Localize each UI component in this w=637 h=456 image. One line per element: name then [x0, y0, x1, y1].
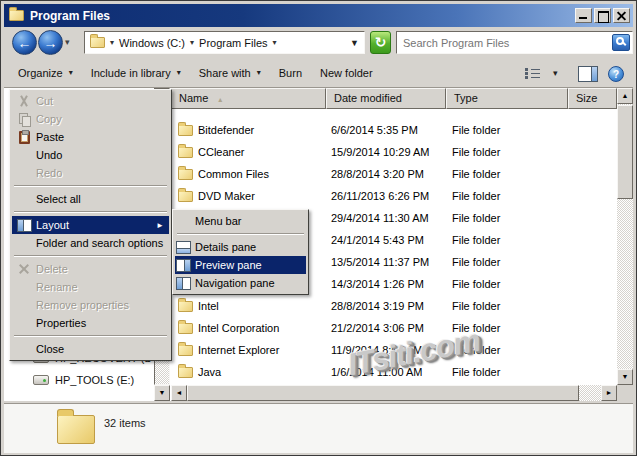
help-button[interactable]: ?	[608, 66, 624, 82]
menu-item-folder-and-search-options[interactable]: Folder and search options	[12, 234, 169, 252]
menu-separator	[177, 233, 304, 235]
delete-x-icon	[18, 263, 30, 275]
menu-separator	[14, 185, 167, 187]
file-name[interactable]: Internet Explorer	[198, 339, 279, 361]
close-button[interactable]	[613, 8, 630, 23]
menu-item-undo[interactable]: Undo	[12, 146, 169, 164]
menu-item-close[interactable]: Close	[12, 340, 169, 358]
chevron-down-icon[interactable]: ▾	[190, 38, 194, 47]
file-type: File folder	[452, 295, 500, 317]
menu-separator	[14, 335, 167, 337]
organize-button[interactable]: Organize ▾	[18, 67, 73, 79]
breadcrumb-windows-c[interactable]: Windows (C:)	[119, 37, 185, 49]
menu-item-select-all[interactable]: Select all	[12, 190, 169, 208]
file-row[interactable]: Bitdefender 6/6/2014 5:35 PM File folder	[171, 119, 617, 141]
sort-ascending-icon: ▴	[218, 95, 222, 104]
menu-item-paste[interactable]: Paste	[12, 128, 169, 146]
preview-pane-button[interactable]	[578, 66, 598, 82]
file-name[interactable]: Common Files	[198, 163, 269, 185]
new-folder-button[interactable]: New folder	[320, 67, 373, 79]
file-row[interactable]: Intel Corporation 21/2/2014 3:06 PM File…	[171, 317, 617, 339]
search-input[interactable]	[397, 37, 612, 49]
menu-separator	[14, 211, 167, 213]
folder-icon	[178, 323, 193, 334]
file-date: 13/5/2014 11:37 PM	[331, 251, 429, 273]
details-pane: 32 items	[4, 403, 633, 453]
navigation-pane-icon	[176, 277, 191, 290]
address-history-icon[interactable]: ▼	[350, 38, 359, 48]
include-in-library-button[interactable]: Include in library ▾	[91, 67, 181, 79]
chevron-down-icon: ▾	[177, 68, 181, 77]
layout-icon	[17, 219, 32, 232]
minimize-button[interactable]	[575, 8, 592, 23]
scroll-up-button[interactable]: ▲	[617, 88, 633, 104]
file-name[interactable]: Bitdefender	[198, 119, 254, 141]
file-type: File folder	[452, 273, 500, 295]
column-header-name[interactable]: Name▴	[171, 88, 326, 109]
vertical-scrollbar[interactable]: ▲ ▼	[617, 88, 633, 385]
file-type: File folder	[452, 251, 500, 273]
column-header-date-modified[interactable]: Date modified	[326, 88, 446, 109]
menu-item-layout[interactable]: Layout ►	[12, 216, 169, 234]
folder-icon	[178, 147, 193, 158]
menu-item-delete: Delete	[12, 260, 169, 278]
window-title: Program Files	[30, 9, 110, 23]
file-name[interactable]: CCleaner	[198, 141, 244, 163]
recent-pages-icon[interactable]: ▾	[65, 37, 70, 47]
column-header-size[interactable]: Size	[568, 88, 617, 109]
refresh-button[interactable]: ↻	[370, 31, 391, 54]
chevron-down-icon: ▾	[69, 68, 73, 77]
folder-icon	[178, 301, 193, 312]
file-row[interactable]: DVD Maker 26/11/2013 6:26 PM File folder	[171, 185, 617, 207]
scroll-down-button[interactable]: ▼	[617, 369, 633, 385]
navpane-scroll-down-button[interactable]: ▼	[154, 385, 170, 401]
tree-item-hp-tools[interactable]: HP_TOOLS (E:)	[33, 374, 134, 386]
file-date: 14/3/2014 1:26 PM	[331, 273, 424, 295]
file-date: 26/11/2013 6:26 PM	[331, 185, 429, 207]
file-row[interactable]: Common Files 28/8/2014 3:20 PM File fold…	[171, 163, 617, 185]
file-date: 28/8/2014 3:20 PM	[331, 163, 424, 185]
folder-icon-large	[57, 415, 95, 444]
file-type: File folder	[452, 229, 500, 251]
file-name[interactable]: DVD Maker	[198, 185, 255, 207]
menu-item-redo: Redo	[12, 164, 169, 182]
submenu-item-preview-pane[interactable]: Preview pane	[175, 256, 306, 274]
file-name[interactable]: Intel Corporation	[198, 317, 279, 339]
file-type: File folder	[452, 185, 500, 207]
back-button[interactable]: ←	[12, 30, 37, 55]
file-name[interactable]: Intel	[198, 295, 219, 317]
menu-item-cut: Cut	[12, 92, 169, 110]
menu-item-properties[interactable]: Properties	[12, 314, 169, 332]
views-dropdown-icon[interactable]: ▾	[553, 68, 558, 78]
address-bar[interactable]: ▾ Windows (C:) ▾ Program Files ▾ ▼	[84, 31, 365, 54]
horizontal-scrollbar[interactable]: ◄ ►	[171, 385, 617, 401]
file-name[interactable]: Java	[198, 361, 221, 383]
maximize-button[interactable]	[594, 8, 611, 23]
layout-submenu: Menu bar Details pane Preview pane Navig…	[172, 209, 309, 295]
column-header-type[interactable]: Type	[446, 88, 568, 109]
file-row[interactable]: Intel 28/8/2014 3:19 PM File folder	[171, 295, 617, 317]
share-with-button[interactable]: Share with ▾	[199, 67, 261, 79]
search-box[interactable]	[396, 31, 633, 54]
scroll-left-button[interactable]: ◄	[171, 385, 187, 401]
submenu-item-menu-bar[interactable]: Menu bar	[175, 212, 306, 230]
search-button[interactable]	[612, 34, 630, 51]
file-row[interactable]: CCleaner 15/9/2014 10:29 AM File folder	[171, 141, 617, 163]
submenu-arrow-icon: ►	[156, 221, 164, 230]
vertical-scrollbar-thumb[interactable]	[617, 105, 633, 199]
burn-button[interactable]: Burn	[279, 67, 302, 79]
folder-icon	[178, 367, 193, 378]
search-icon	[616, 37, 624, 45]
horizontal-scrollbar-thumb[interactable]	[187, 385, 579, 401]
menu-item-copy: Copy	[12, 110, 169, 128]
scroll-right-button[interactable]: ►	[601, 385, 617, 401]
item-count: 32 items	[104, 417, 146, 429]
file-type: File folder	[452, 207, 500, 229]
chevron-down-icon[interactable]: ▾	[110, 38, 114, 47]
breadcrumb-program-files[interactable]: Program Files	[199, 37, 267, 49]
submenu-item-navigation-pane[interactable]: Navigation pane	[175, 274, 306, 292]
submenu-item-details-pane[interactable]: Details pane	[175, 238, 306, 256]
forward-button[interactable]: →	[38, 30, 63, 55]
chevron-down-icon[interactable]: ▾	[273, 38, 277, 47]
views-icon[interactable]	[525, 68, 541, 80]
